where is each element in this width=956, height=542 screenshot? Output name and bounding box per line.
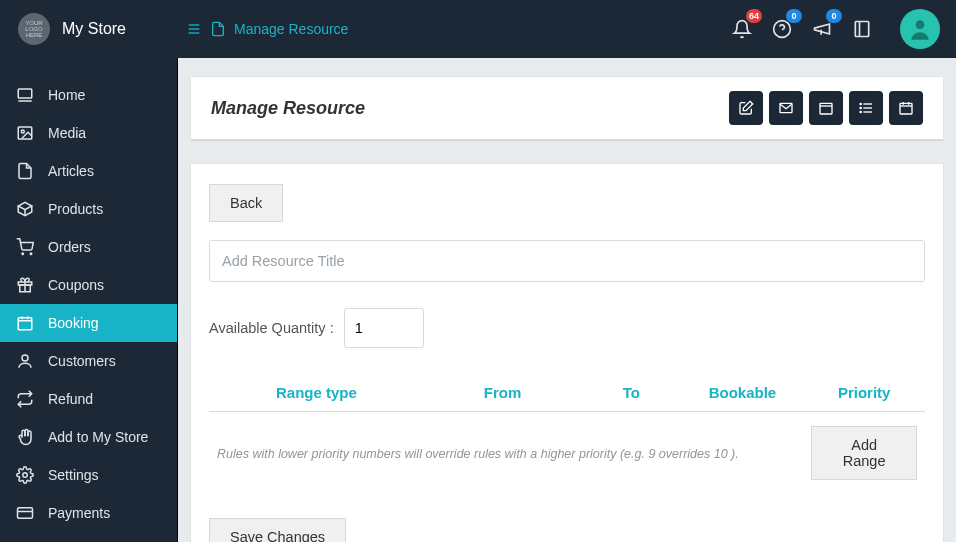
email-button[interactable] [769,91,803,125]
user-icon [16,352,34,370]
back-button[interactable]: Back [209,184,283,222]
user-icon [907,16,933,42]
availability-table: Range type From To Bookable Priority Rul… [209,374,925,494]
save-button[interactable]: Save Changes [209,518,346,542]
list-view-button[interactable] [849,91,883,125]
library-button[interactable] [852,19,872,39]
sidebar-item-add-to-store[interactable]: Add to My Store [0,418,177,456]
svg-rect-35 [900,103,912,114]
sidebar-item-label: Refund [48,391,93,407]
sidebar-item-articles[interactable]: Articles [0,152,177,190]
sidebar-item-coupons[interactable]: Coupons [0,266,177,304]
col-from: From [424,374,582,412]
page-actions [729,91,923,125]
file-icon [210,21,226,37]
top-actions: 64 0 0 [732,9,956,49]
sidebar-item-payments[interactable]: Payments [0,494,177,532]
page-header: Manage Resource [190,76,944,141]
svg-point-23 [23,473,28,478]
svg-point-13 [22,253,24,255]
sidebar-item-label: Settings [48,467,99,483]
svg-point-11 [21,130,24,133]
announcements-button[interactable]: 0 [812,19,832,39]
svg-point-32 [860,103,861,104]
sidebar-item-media[interactable]: Media [0,114,177,152]
calendar-icon [16,314,34,332]
edit-icon [738,100,754,116]
book-icon [852,19,872,39]
topbar: YOUR LOGO HERE My Store Manage Resource … [0,0,956,58]
sidebar-item-label: Home [48,87,85,103]
repeat-icon [16,390,34,408]
image-icon [16,124,34,142]
svg-rect-18 [18,318,32,330]
quantity-label: Available Quantity : [209,320,334,336]
sidebar-item-label: Media [48,125,86,141]
monitor-icon [16,86,34,104]
brand[interactable]: YOUR LOGO HERE My Store [0,0,178,58]
edit-button[interactable] [729,91,763,125]
brand-logo: YOUR LOGO HERE [18,13,50,45]
box-icon [16,200,34,218]
hand-icon [16,428,34,446]
sidebar-item-label: Booking [48,315,99,331]
brand-logo-text: YOUR LOGO HERE [25,20,42,38]
form-panel: Back Available Quantity : Range type Fro… [190,163,944,542]
sidebar-item-label: Customers [48,353,116,369]
sidebar-item-products[interactable]: Products [0,190,177,228]
sidebar-item-settings[interactable]: Settings [0,456,177,494]
brand-name: My Store [62,20,126,38]
calendar-check-icon [898,100,914,116]
breadcrumb[interactable]: Manage Resource [178,21,348,37]
col-range-type: Range type [209,374,424,412]
menu-icon [186,21,202,37]
sidebar-item-customers[interactable]: Customers [0,342,177,380]
col-priority: Priority [803,374,925,412]
svg-point-22 [22,355,28,361]
page-title: Manage Resource [211,98,365,119]
sidebar-item-label: Articles [48,163,94,179]
priority-hint: Rules with lower priority numbers will o… [217,447,739,461]
file-icon [16,162,34,180]
svg-rect-5 [855,22,868,37]
cart-icon [16,238,34,256]
col-to: To [581,374,681,412]
svg-rect-24 [18,508,33,519]
avatar[interactable] [900,9,940,49]
svg-point-7 [916,20,925,29]
help-button[interactable]: 0 [772,19,792,39]
sidebar-item-booking[interactable]: Booking [0,304,177,342]
svg-rect-8 [18,89,32,98]
resource-title-input[interactable] [209,240,925,282]
mail-icon [778,100,794,116]
breadcrumb-title: Manage Resource [234,21,348,37]
main-content: Manage Resource Back [178,58,956,542]
calendar-day-button[interactable] [809,91,843,125]
svg-point-33 [860,107,861,108]
list-icon [858,100,874,116]
help-badge: 0 [786,9,802,23]
svg-point-34 [860,111,861,112]
announce-badge: 0 [826,9,842,23]
quantity-row: Available Quantity : [209,308,925,348]
schedule-button[interactable] [889,91,923,125]
sidebar-item-label: Orders [48,239,91,255]
sidebar-item-orders[interactable]: Orders [0,228,177,266]
sidebar: Home Media Articles Products Orders Coup… [0,58,178,542]
sidebar-item-home[interactable]: Home [0,76,177,114]
sidebar-item-label: Products [48,201,103,217]
bell-badge: 64 [746,9,762,23]
sidebar-item-label: Payments [48,505,110,521]
col-bookable: Bookable [682,374,804,412]
calendar-icon [818,100,834,116]
sidebar-item-label: Coupons [48,277,104,293]
notifications-bell[interactable]: 64 [732,19,752,39]
gear-icon [16,466,34,484]
card-icon [16,504,34,522]
sidebar-item-label: Add to My Store [48,429,148,445]
quantity-input[interactable] [344,308,424,348]
sidebar-item-refund[interactable]: Refund [0,380,177,418]
add-range-button[interactable]: Add Range [811,426,917,480]
svg-rect-27 [820,103,832,114]
gift-icon [16,276,34,294]
